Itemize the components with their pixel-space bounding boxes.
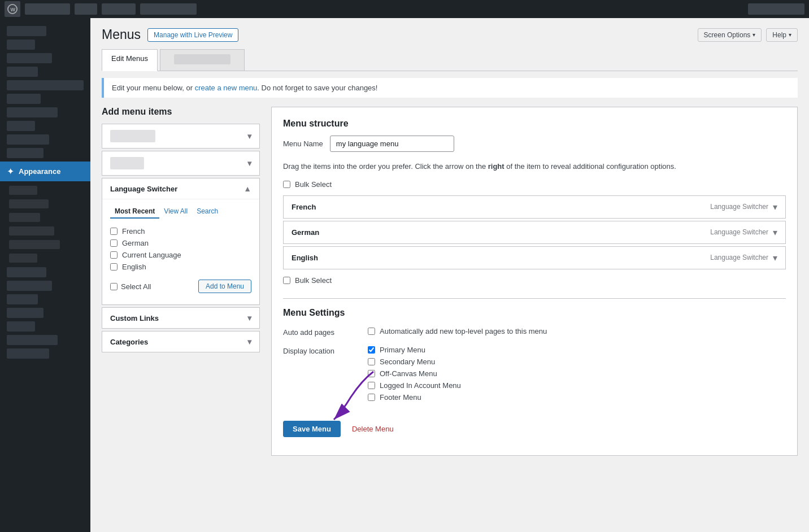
- bulk-select-top-checkbox[interactable]: [283, 181, 290, 188]
- appearance-icon: ✦: [7, 166, 14, 177]
- live-preview-button[interactable]: Manage with Live Preview: [147, 28, 238, 42]
- accordion-toggle-icon-1: ▾: [247, 132, 251, 141]
- ls-item-english: English: [110, 261, 251, 273]
- language-switcher-header[interactable]: Language Switcher ▲: [102, 178, 259, 199]
- sidebar-item-appearance[interactable]: ✦ Appearance: [0, 162, 90, 181]
- add-to-menu-button[interactable]: Add to Menu: [198, 280, 251, 293]
- accordion-header-1[interactable]: ▾: [102, 124, 259, 148]
- sidebar-item-placeholder-5[interactable]: [7, 94, 41, 104]
- tab-manage-locations[interactable]: [160, 49, 245, 71]
- sidebar-item-placeholder-16[interactable]: [7, 348, 49, 359]
- menu-settings-title: Menu Settings: [283, 308, 786, 318]
- adminbar-site-name[interactable]: [25, 3, 70, 15]
- sidebar-item-placeholder-7[interactable]: [7, 121, 35, 131]
- bulk-select-bottom-checkbox[interactable]: [283, 277, 290, 284]
- menu-settings-section: Menu Settings Auto add pages Automatical…: [283, 298, 786, 405]
- sidebar-sub-item-2[interactable]: [9, 199, 49, 208]
- adminbar-item-2[interactable]: [102, 3, 136, 15]
- adminbar-right-items[interactable]: [748, 3, 804, 15]
- location-checkbox-primary[interactable]: [368, 346, 375, 354]
- settings-divider: [283, 298, 786, 299]
- accordion-header-2[interactable]: ▾: [102, 151, 259, 175]
- select-all-label[interactable]: Select All: [110, 282, 151, 291]
- categories-header[interactable]: Categories ▾: [102, 332, 259, 352]
- location-checkbox-footer[interactable]: [368, 394, 375, 401]
- bulk-select-bottom-label[interactable]: Bulk Select: [283, 276, 332, 285]
- panel-2-placeholder: [110, 157, 144, 169]
- sidebar-item-placeholder-6[interactable]: [7, 107, 58, 117]
- auto-add-pages-checkbox-label[interactable]: Automatically add new top-level pages to…: [368, 327, 786, 335]
- screen-options-chevron-icon: ▾: [753, 32, 755, 38]
- menu-item-type-french: Language Switcher: [710, 203, 768, 211]
- sidebar-item-placeholder-13[interactable]: [7, 308, 44, 318]
- wp-logo[interactable]: W: [5, 1, 20, 17]
- sidebar-sub-item-6[interactable]: [9, 254, 37, 263]
- location-item-footer: Footer Menu: [368, 393, 786, 402]
- svg-text:W: W: [10, 7, 15, 12]
- sidebar-item-with-icon[interactable]: [7, 80, 84, 90]
- ls-checkbox-german[interactable]: [110, 239, 118, 247]
- delete-menu-button[interactable]: Delete Menu: [352, 425, 394, 433]
- sidebar-item-placeholder-10[interactable]: [7, 267, 46, 277]
- location-item-secondary: Secondary Menu: [368, 357, 786, 366]
- adminbar-item-3[interactable]: [140, 3, 197, 15]
- sidebar-sub-item-5[interactable]: [9, 240, 60, 249]
- page-title-area: Menus Manage with Live Preview: [102, 27, 238, 42]
- ls-label-english: English: [122, 263, 146, 271]
- menu-items-list: French Language Switcher ▾ German: [283, 195, 786, 269]
- custom-links-panel: Custom Links ▾: [102, 307, 260, 329]
- categories-toggle-icon: ▾: [247, 337, 251, 346]
- sidebar-item-placeholder-15[interactable]: [7, 335, 58, 345]
- menu-item-arrow-french[interactable]: ▾: [773, 202, 777, 212]
- custom-links-toggle-icon: ▾: [247, 313, 251, 322]
- sidebar-sub-item-4[interactable]: [9, 226, 54, 236]
- main-content: Menus Manage with Live Preview Screen Op…: [90, 18, 809, 532]
- sidebar-item-placeholder-2[interactable]: [7, 40, 35, 50]
- save-menu-button[interactable]: Save Menu: [283, 421, 341, 437]
- menu-name-input[interactable]: [330, 136, 454, 152]
- bulk-select-top: Bulk Select: [283, 180, 786, 189]
- accordion-toggle-icon-2: ▾: [247, 159, 251, 168]
- menu-item-arrow-english[interactable]: ▾: [773, 252, 777, 263]
- page-title: Menus: [102, 27, 141, 42]
- sidebar-sub-item-1[interactable]: [9, 186, 37, 195]
- sidebar-item-label-appearance: Appearance: [19, 167, 60, 176]
- location-checkbox-secondary[interactable]: [368, 358, 375, 365]
- menu-item-arrow-german[interactable]: ▾: [773, 227, 777, 238]
- auto-add-pages-control: Automatically add new top-level pages to…: [368, 327, 786, 337]
- sidebar-item-placeholder-11[interactable]: [7, 281, 52, 291]
- ls-tab-search[interactable]: Search: [192, 205, 223, 219]
- ls-checkbox-english[interactable]: [110, 263, 118, 271]
- ls-tab-most-recent[interactable]: Most Recent: [110, 205, 159, 219]
- ls-item-german: German: [110, 237, 251, 249]
- select-all-checkbox[interactable]: [110, 283, 118, 290]
- ls-tab-view-all[interactable]: View All: [159, 205, 192, 219]
- menu-instruction: Drag the items into the order you prefer…: [283, 161, 786, 172]
- ls-checkbox-french[interactable]: [110, 228, 118, 235]
- sidebar-item-placeholder-3[interactable]: [7, 53, 52, 63]
- location-checkbox-logged-in[interactable]: [368, 382, 375, 389]
- sidebar-item-placeholder-4[interactable]: [7, 67, 38, 77]
- menu-item-title-german: German: [292, 228, 319, 237]
- sidebar: ✦ Appearance: [0, 18, 90, 532]
- sidebar-item-placeholder-14[interactable]: [7, 321, 35, 332]
- sidebar-item-placeholder-8[interactable]: [7, 134, 49, 145]
- sidebar-sub-item-3[interactable]: [9, 213, 40, 222]
- create-new-menu-link[interactable]: create a new menu: [195, 84, 258, 92]
- sidebar-item-placeholder-9[interactable]: [7, 148, 44, 158]
- ls-checkbox-current-language[interactable]: [110, 251, 118, 259]
- ls-item-french: French: [110, 225, 251, 237]
- menu-name-row: Menu Name: [283, 136, 786, 152]
- auto-add-pages-checkbox[interactable]: [368, 328, 375, 335]
- location-checkbox-offcanvas[interactable]: [368, 370, 375, 377]
- language-switcher-panel: Language Switcher ▲ Most Recent View All…: [102, 178, 260, 305]
- screen-options-button[interactable]: Screen Options ▾: [698, 28, 762, 42]
- sidebar-item-placeholder-12[interactable]: [7, 294, 38, 304]
- sidebar-item-placeholder-1[interactable]: [7, 26, 46, 36]
- select-all-row: Select All Add to Menu: [102, 275, 259, 299]
- tab-edit-menus[interactable]: Edit Menus: [102, 49, 158, 71]
- custom-links-header[interactable]: Custom Links ▾: [102, 308, 259, 328]
- bulk-select-top-label[interactable]: Bulk Select: [283, 180, 332, 189]
- help-button[interactable]: Help ▾: [766, 28, 798, 42]
- adminbar-item-1[interactable]: [75, 3, 97, 15]
